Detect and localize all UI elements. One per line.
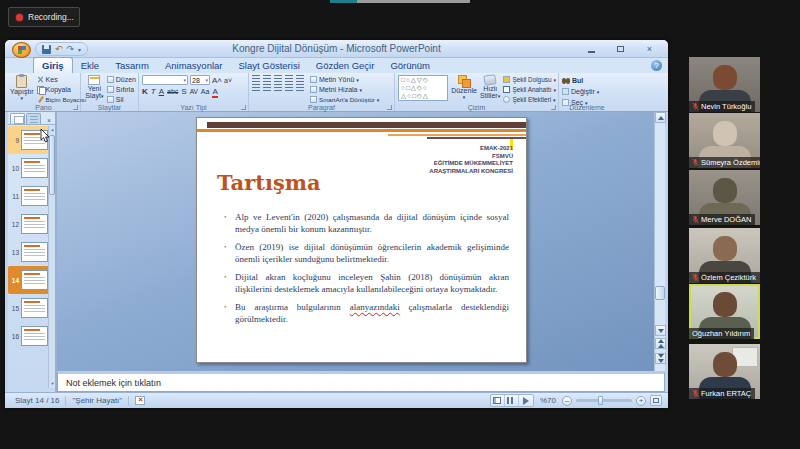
qat-customize-icon[interactable]: ▾ [78, 46, 81, 53]
justify-button[interactable] [285, 84, 293, 91]
quick-styles-button[interactable]: Hızlı Stiller▾ [480, 75, 501, 99]
slides-tab[interactable] [10, 113, 25, 124]
meeting-topbar-accent[interactable] [330, 0, 357, 3]
font-color-button[interactable]: A [212, 87, 217, 98]
slide-thumbnail-16[interactable]: 16 [8, 322, 50, 350]
tab-animasyonlar[interactable]: Animasyonlar [157, 58, 231, 73]
tab-gozden-gecir[interactable]: Gözden Geçir [308, 58, 383, 73]
line-spacing-button[interactable] [296, 75, 304, 82]
text-direction-button[interactable]: Metin Yönü▾ [310, 75, 379, 84]
help-icon[interactable]: ? [651, 60, 662, 71]
slide-thumbnail-11[interactable]: 11 [8, 182, 50, 210]
shrink-font-button[interactable]: a˅ [224, 77, 232, 84]
copy-button[interactable]: Kopyala [37, 85, 87, 94]
close-button[interactable]: × [639, 43, 660, 55]
increase-indent-button[interactable] [285, 75, 293, 82]
new-slide-button[interactable]: Yeni Slayt▾ [84, 75, 105, 104]
video-tile-nevin[interactable]: Nevin Türkoğlu [689, 57, 760, 112]
char-spacing-button[interactable]: AV [190, 88, 198, 95]
underline-button[interactable]: A [159, 87, 164, 96]
font-name-combo[interactable]: ▾ [142, 75, 188, 85]
find-button[interactable]: Bul [562, 76, 613, 85]
redo-icon[interactable]: ↷ [67, 45, 75, 54]
spellcheck-icon[interactable] [135, 396, 145, 405]
editor-scrollbar[interactable] [654, 112, 665, 371]
restore-button[interactable] [610, 43, 631, 55]
grow-font-button[interactable]: A˄ [212, 76, 222, 85]
next-slide-button[interactable] [655, 353, 666, 364]
scrollbar-thumb[interactable] [655, 286, 665, 300]
normal-view-button[interactable] [491, 395, 505, 406]
align-text-button[interactable]: Metni Hizala▾ [310, 85, 379, 94]
office-button[interactable] [12, 42, 31, 58]
format-painter-button[interactable]: Biçim Boyacısı [37, 95, 87, 104]
slide-14[interactable]: EMAK-2021 FSMVÜ EĞİTİMDE MÜKEMMELİYET AR… [196, 117, 527, 363]
tab-ekle[interactable]: Ekle [73, 58, 107, 73]
meeting-topbar-handle[interactable] [357, 0, 470, 3]
save-icon[interactable] [42, 45, 51, 54]
tab-tasarim[interactable]: Tasarım [107, 58, 157, 73]
align-right-button[interactable] [274, 84, 282, 91]
paste-button[interactable]: Yapıştır▾ [10, 75, 34, 104]
change-case-button[interactable]: Aa [201, 88, 210, 95]
cut-button[interactable]: Kes [37, 75, 87, 84]
slide-thumbnail-15[interactable]: 15 [8, 294, 50, 322]
slide-thumbnail-14-selected[interactable]: 14 [8, 266, 50, 294]
delete-slide-button[interactable]: Sil [107, 95, 136, 104]
slide-thumbnail-13[interactable]: 13 [8, 238, 50, 266]
video-tile-sumeyra[interactable]: Sümeyra Özdemir [689, 113, 760, 168]
slide-thumbnail-12[interactable]: 12 [8, 210, 50, 238]
shape-fill-button[interactable]: Şekil Dolgusu▾ [503, 75, 556, 84]
outline-tab[interactable] [26, 113, 41, 124]
font-dialog-launcher[interactable] [241, 105, 246, 110]
panel-scrollbar-thumb[interactable] [49, 135, 55, 195]
decrease-indent-button[interactable] [274, 75, 282, 82]
slide-canvas[interactable]: EMAK-2021 FSMVÜ EĞİTİMDE MÜKEMMELİYET AR… [57, 112, 654, 371]
reset-button[interactable]: Sıfırla [107, 85, 136, 94]
video-tile-ozlem[interactable]: Özlem Çeziktürk [689, 228, 760, 283]
strikethrough-button[interactable]: abc [167, 88, 178, 95]
tab-gorunum[interactable]: Görünüm [382, 58, 438, 73]
zoom-out-button[interactable]: – [562, 396, 572, 406]
smartart-convert-button[interactable]: SmartArt'a Dönüştür▾ [310, 95, 379, 104]
title-bar[interactable]: ↶ ↷ ▾ Kongre Dijital Dönüşüm - Microsoft… [5, 40, 668, 58]
cizim-dialog-launcher[interactable] [551, 105, 556, 110]
replace-button[interactable]: Değiştir▾ [562, 87, 613, 96]
shadow-button[interactable]: S [181, 87, 186, 96]
zoom-slider-thumb[interactable] [598, 396, 603, 405]
columns-button[interactable] [296, 84, 304, 91]
paragraf-dialog-launcher[interactable] [387, 105, 392, 110]
shapes-gallery[interactable]: □○△▽◇ ○□△◇○ △○□◇△ [398, 75, 448, 101]
font-size-combo[interactable]: 28▾ [190, 75, 210, 85]
fit-to-window-button[interactable] [650, 395, 662, 406]
layout-button[interactable]: Düzen [107, 75, 136, 84]
bold-button[interactable]: K [142, 87, 148, 96]
video-tile-oguzhan-active-speaker[interactable]: Oğuzhan Yıldırım [689, 284, 760, 339]
align-center-button[interactable] [263, 84, 271, 91]
minimize-button[interactable] [581, 43, 602, 55]
close-panel-icon[interactable]: × [47, 117, 53, 124]
undo-icon[interactable]: ↶ [55, 45, 63, 54]
panel-scrollbar[interactable]: ▲ ▼ [48, 126, 55, 388]
shape-effects-button[interactable]: Şekil Efektleri▾ [503, 95, 556, 104]
tab-giris[interactable]: Giriş [33, 57, 73, 73]
video-tile-merve[interactable]: Merve DOĞAN [689, 170, 760, 225]
arrange-button[interactable]: Düzenle▾ [451, 75, 477, 100]
previous-slide-button[interactable] [655, 338, 666, 349]
zoom-in-button[interactable]: + [636, 396, 646, 406]
zoom-slider[interactable] [576, 399, 632, 402]
align-left-button[interactable] [252, 84, 260, 91]
slide-body-text[interactable]: •Alp ve Levent'in (2020) çalışmasında da… [223, 212, 509, 332]
scroll-down-button[interactable] [655, 325, 666, 336]
tab-slayt-gosterisi[interactable]: Slayt Gösterisi [231, 58, 308, 73]
notes-pane[interactable]: Not eklemek için tıklatın [57, 371, 665, 392]
pano-dialog-launcher[interactable] [73, 105, 78, 110]
slide-thumbnail-10[interactable]: 10 [8, 154, 50, 182]
slideshow-button[interactable] [519, 395, 533, 406]
shape-outline-button[interactable]: Şekil Anahattı▾ [503, 85, 556, 94]
video-tile-furkan[interactable]: Furkan ERTAÇ [689, 344, 760, 399]
slide-sorter-button[interactable] [505, 395, 519, 406]
slide-title[interactable]: Tartışma [217, 170, 321, 195]
numbering-button[interactable] [263, 75, 271, 82]
scroll-up-button[interactable] [655, 112, 666, 123]
